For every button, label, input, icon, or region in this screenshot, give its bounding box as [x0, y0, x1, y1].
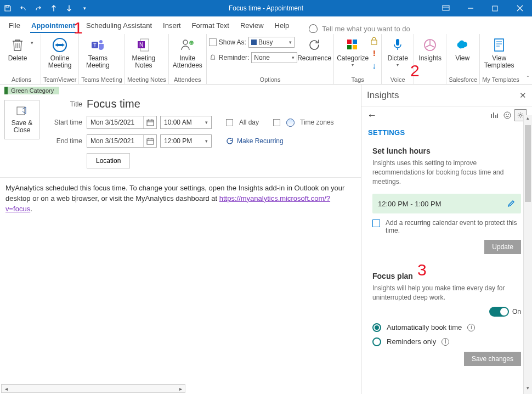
lunch-checkbox-label: Add a recurring calendar event to protec…: [386, 219, 521, 234]
make-recurring-link[interactable]: Make Recurring: [226, 137, 284, 145]
time-zones-checkbox[interactable]: [273, 119, 280, 126]
scroll-down-icon[interactable]: ▾: [524, 385, 532, 394]
customize-qat-icon[interactable]: ▾: [80, 4, 89, 13]
maximize-icon[interactable]: [483, 0, 507, 16]
ribbon: Delete ▾ Actions Online Meeting TeamView…: [0, 33, 532, 85]
close-icon[interactable]: [507, 0, 532, 16]
categorize-button[interactable]: Categorize ▾: [336, 34, 369, 67]
save-and-close-button[interactable]: Save & Close: [4, 100, 39, 139]
lunch-hours-card: Set lunch hours Insights uses this setti…: [368, 142, 525, 260]
high-importance-icon[interactable]: !: [370, 48, 378, 58]
svg-text:N: N: [139, 42, 143, 48]
svg-rect-4: [58, 44, 62, 46]
view-templates-button[interactable]: View Templates: [482, 34, 516, 69]
move-down-icon[interactable]: [65, 4, 73, 13]
group-label-voice: Voice: [384, 75, 411, 84]
save-changes-button[interactable]: Save changes: [464, 352, 521, 366]
tell-me-search[interactable]: Tell me what you want to do: [309, 24, 410, 33]
horizontal-scrollbar[interactable]: ◂ ▸: [1, 384, 185, 393]
svg-point-11: [183, 40, 188, 44]
tab-scheduling-assistant[interactable]: Scheduling Assistant: [85, 18, 153, 33]
lunch-protect-checkbox[interactable]: [372, 219, 380, 227]
group-label-insights: [416, 75, 444, 84]
group-actions: Delete ▾ Actions: [2, 34, 41, 84]
dictate-button[interactable]: Dictate ▾: [384, 34, 411, 67]
svg-rect-15: [347, 45, 352, 49]
group-voice: Dictate ▾ Voice: [382, 34, 414, 84]
scroll-thumb[interactable]: [525, 125, 531, 202]
tab-help[interactable]: Help: [274, 18, 291, 33]
reminder-select[interactable]: None▾: [251, 52, 297, 63]
move-up-icon[interactable]: [49, 4, 58, 13]
save-icon[interactable]: [3, 4, 12, 13]
radio-auto-book[interactable]: [372, 323, 381, 332]
tab-appointment[interactable]: Appointment: [30, 18, 76, 33]
minimize-icon[interactable]: [458, 0, 483, 16]
group-templates: View Templates My Templates: [480, 34, 522, 84]
insights-icon: [421, 36, 439, 54]
lunch-hours-row[interactable]: 12:00 PM - 1:00 PM: [372, 194, 521, 213]
appointment-body[interactable]: MyAnalytics scheduled this focus time. T…: [0, 177, 361, 369]
title-input[interactable]: Focus time: [87, 98, 140, 110]
calendar-icon[interactable]: [143, 135, 156, 147]
insights-button[interactable]: Insights: [416, 34, 444, 62]
redo-icon[interactable]: [34, 4, 43, 13]
ribbon-display-icon[interactable]: [433, 0, 458, 16]
radio-auto-label: Automatically book time: [387, 323, 462, 331]
scroll-up-icon[interactable]: ▴: [524, 115, 532, 124]
svg-rect-2: [493, 6, 497, 11]
show-as-select[interactable]: Busy▾: [248, 37, 295, 48]
group-label-salesforce: Salesforce: [449, 75, 477, 84]
recurrence-button[interactable]: Recurrence: [297, 34, 331, 62]
category-badge[interactable]: Green Category: [4, 87, 59, 94]
update-button[interactable]: Update: [484, 240, 521, 254]
invite-attendees-button[interactable]: Invite Attendees: [171, 34, 204, 69]
low-importance-icon[interactable]: ↓: [370, 61, 378, 70]
delete-button[interactable]: Delete: [4, 34, 31, 62]
svg-rect-1: [443, 5, 449, 10]
edit-icon[interactable]: [507, 199, 516, 208]
location-button[interactable]: Location: [87, 153, 130, 168]
meeting-notes-button[interactable]: N Meeting Notes: [127, 34, 160, 69]
back-icon[interactable]: ←: [367, 110, 377, 121]
tab-format-text[interactable]: Format Text: [191, 18, 230, 33]
all-day-checkbox[interactable]: [226, 119, 233, 126]
tab-review[interactable]: Review: [239, 18, 265, 33]
insights-feedback-icon[interactable]: [501, 109, 513, 121]
salesforce-view-button[interactable]: View: [449, 34, 476, 62]
insights-vertical-scrollbar[interactable]: ▴ ▾: [523, 115, 532, 394]
lunch-hours-value: 12:00 PM - 1:00 PM: [378, 200, 442, 208]
scroll-right-icon[interactable]: ▸: [176, 386, 185, 392]
focus-plan-toggle[interactable]: [489, 307, 509, 317]
group-options: Show As: Busy▾ Reminder: None▾ Recurrenc…: [207, 34, 334, 84]
svg-point-7: [99, 40, 103, 43]
online-meeting-button[interactable]: Online Meeting: [43, 34, 76, 69]
tab-insert[interactable]: Insert: [162, 18, 182, 33]
focus-plan-card: 3 Focus plan Insights will help you make…: [368, 267, 525, 372]
group-insights-ribbon: Insights: [414, 34, 446, 84]
undo-icon[interactable]: [19, 4, 27, 13]
start-date-input[interactable]: Mon 3/15/2021: [87, 116, 157, 129]
svg-rect-20: [495, 39, 503, 51]
start-time-input[interactable]: 10:00 AM▾: [160, 116, 212, 129]
info-icon[interactable]: i: [442, 338, 449, 346]
calendar-icon[interactable]: [143, 116, 156, 128]
recur-icon: [226, 137, 234, 145]
radio-reminders[interactable]: [372, 337, 381, 346]
scroll-left-icon[interactable]: ◂: [2, 386, 10, 392]
group-label-tags: Tags: [336, 75, 379, 84]
collapse-ribbon-icon[interactable]: ˆ: [527, 76, 529, 82]
show-as-label: Show As:: [219, 38, 246, 46]
close-pane-icon[interactable]: ✕: [519, 91, 527, 100]
end-date-input[interactable]: Mon 3/15/2021: [87, 134, 157, 148]
insights-dashboard-icon[interactable]: [488, 109, 500, 121]
actions-more-icon[interactable]: ▾: [31, 34, 38, 46]
group-attendees: Invite Attendees Attendees: [169, 34, 207, 84]
info-icon[interactable]: i: [467, 324, 475, 331]
end-time-input[interactable]: 12:00 PM▾: [160, 134, 212, 148]
group-label-templates: My Templates: [482, 75, 519, 84]
tab-file[interactable]: File: [8, 18, 21, 33]
private-icon[interactable]: [370, 36, 378, 45]
teams-meeting-button[interactable]: T Teams Meeting: [81, 34, 114, 69]
microphone-icon: [389, 36, 406, 54]
